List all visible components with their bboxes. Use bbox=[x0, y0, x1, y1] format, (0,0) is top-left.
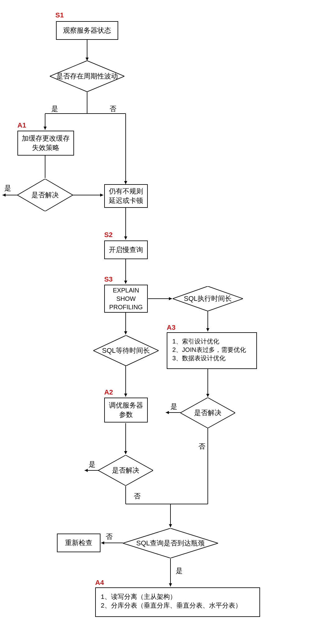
diamond-waitlong: SQL等待时间长 bbox=[93, 335, 159, 366]
box-irregular: 仍有不规则 延迟或卡顿 bbox=[104, 184, 148, 208]
flowchart-canvas: S1 观察服务器状态 bbox=[0, 0, 312, 644]
box-observe-text: 观察服务器状态 bbox=[63, 26, 111, 35]
diamond-waitlong-text: SQL等待时间长 bbox=[100, 346, 152, 355]
box-a3-text: 1、索引设计优化 2、JOIN表过多，需要优化 3、数据表设计优化 bbox=[172, 337, 246, 362]
label-resolved2-yes: 是 bbox=[89, 460, 95, 469]
tag-a1: A1 bbox=[17, 121, 26, 129]
label-resolved2-no: 否 bbox=[134, 492, 141, 501]
diamond-resolved2-text: 是否解决 bbox=[110, 466, 141, 475]
label-resolved3-no: 否 bbox=[198, 442, 205, 451]
label-bottleneck-yes: 是 bbox=[176, 566, 183, 576]
box-cache: 加缓存更改缓存 失效策略 bbox=[17, 131, 74, 156]
diamond-sqllong-text: SQL执行时间长 bbox=[182, 294, 234, 303]
box-explain-text: EXPLAIN SHOW PROFILING bbox=[109, 286, 143, 311]
diamond-bottleneck: SQL查询是否到达瓶颈 bbox=[123, 528, 218, 558]
box-slowquery: 开启慢查询 bbox=[104, 240, 148, 259]
box-recheck: 重新检查 bbox=[57, 534, 100, 552]
box-slowquery-text: 开启慢查询 bbox=[109, 245, 143, 254]
diamond-sqllong: SQL执行时间长 bbox=[173, 286, 243, 311]
label-periodic-yes: 是 bbox=[51, 104, 58, 114]
box-a4-text: 1、读写分离（主从架构） 2、分库分表（垂直分库、垂直分表、水平分表） bbox=[101, 592, 242, 610]
box-irregular-text: 仍有不规则 延迟或卡顿 bbox=[109, 187, 143, 205]
box-recheck-text: 重新检查 bbox=[65, 538, 92, 548]
box-explain: EXPLAIN SHOW PROFILING bbox=[104, 285, 148, 313]
diamond-resolved3-text: 是否解决 bbox=[192, 408, 223, 418]
box-cache-text: 加缓存更改缓存 失效策略 bbox=[22, 134, 70, 152]
tag-s2: S2 bbox=[104, 231, 113, 239]
tag-a4: A4 bbox=[95, 579, 104, 587]
label-resolved1-yes: 是 bbox=[4, 184, 11, 193]
box-a3: 1、索引设计优化 2、JOIN表过多，需要优化 3、数据表设计优化 bbox=[167, 332, 257, 369]
box-observe: 观察服务器状态 bbox=[56, 21, 118, 40]
label-bottleneck-no: 否 bbox=[106, 532, 113, 541]
label-periodic-no: 否 bbox=[109, 104, 116, 114]
diamond-periodic: 是否存在周期性波动 bbox=[50, 61, 124, 92]
box-tuneserver: 调优服务器 参数 bbox=[104, 398, 148, 422]
diamond-resolved1-text: 是否解决 bbox=[30, 191, 61, 200]
tag-s1: S1 bbox=[55, 11, 64, 19]
diamond-bottleneck-text: SQL查询是否到达瓶颈 bbox=[134, 539, 207, 548]
box-a4: 1、读写分离（主从架构） 2、分库分表（垂直分库、垂直分表、水平分表） bbox=[95, 587, 260, 617]
box-tuneserver-text: 调优服务器 参数 bbox=[109, 401, 143, 419]
diamond-resolved1: 是否解决 bbox=[17, 179, 73, 211]
tag-a2: A2 bbox=[104, 388, 113, 396]
tag-s3: S3 bbox=[104, 275, 113, 283]
label-resolved3-yes: 是 bbox=[170, 402, 177, 411]
diamond-periodic-text: 是否存在周期性波动 bbox=[54, 72, 120, 81]
diamond-resolved2: 是否解决 bbox=[98, 455, 153, 486]
diamond-resolved3: 是否解决 bbox=[180, 398, 235, 428]
tag-a3: A3 bbox=[167, 324, 175, 332]
